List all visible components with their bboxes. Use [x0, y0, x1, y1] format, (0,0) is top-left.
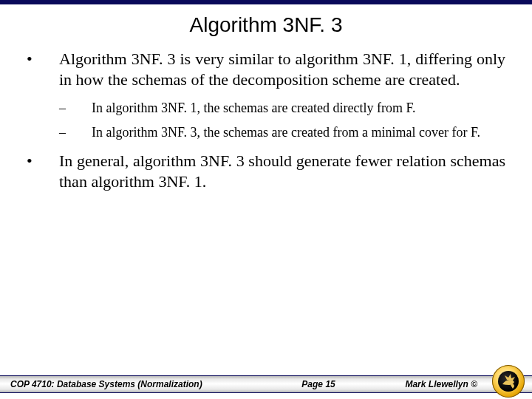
subbullet-item: – In algorithm 3NF. 3, the schemas are c… — [59, 124, 505, 141]
subbullet-marker: – — [59, 100, 92, 117]
footer: COP 4710: Database Systems (Normalizatio… — [0, 369, 532, 399]
bullet-text: Algorithm 3NF. 3 is very similar to algo… — [59, 49, 505, 89]
subbullet-text: In algorithm 3NF. 1, the schemas are cre… — [92, 100, 505, 117]
subbullet-marker: – — [59, 124, 92, 141]
bullet-marker: • — [27, 151, 59, 191]
bullet-text: In general, algorithm 3NF. 3 should gene… — [59, 151, 505, 191]
slide-body: • Algorithm 3NF. 3 is very similar to al… — [0, 43, 532, 191]
slide-title: Algorithm 3NF. 3 — [0, 4, 532, 43]
subbullet-item: – In algorithm 3NF. 1, the schemas are c… — [59, 100, 505, 117]
bullet-marker: • — [27, 49, 59, 89]
footer-page: Page 15 — [202, 379, 406, 389]
slide: Algorithm 3NF. 3 • Algorithm 3NF. 3 is v… — [0, 0, 532, 399]
footer-bar: COP 4710: Database Systems (Normalizatio… — [0, 375, 532, 393]
pegasus-icon — [492, 365, 525, 398]
bullet-item: • Algorithm 3NF. 3 is very similar to al… — [27, 49, 505, 89]
footer-course: COP 4710: Database Systems (Normalizatio… — [10, 379, 202, 389]
bullet-item: • In general, algorithm 3NF. 3 should ge… — [27, 151, 505, 191]
subbullet-text: In algorithm 3NF. 3, the schemas are cre… — [92, 124, 505, 141]
ucf-logo — [492, 365, 525, 398]
